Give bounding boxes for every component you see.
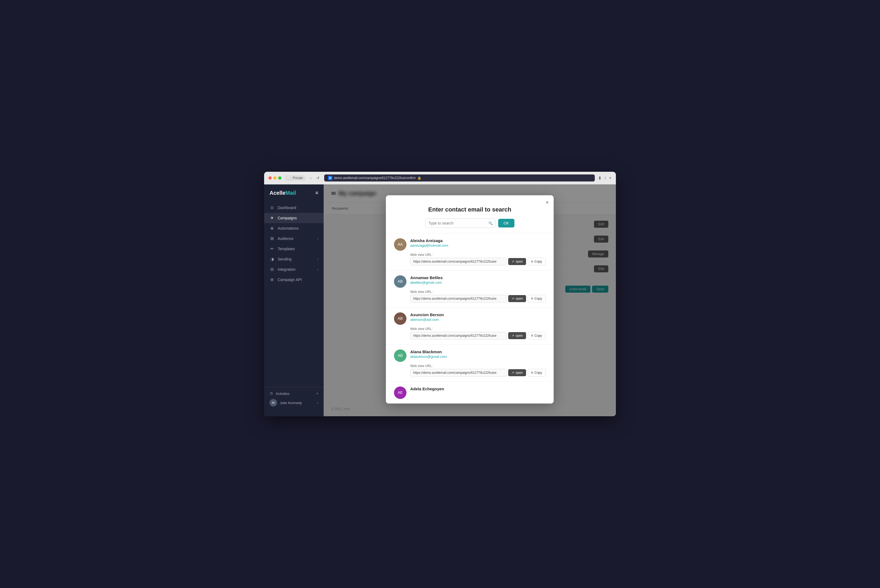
copy-icon-4: ⎘ (531, 371, 533, 375)
contact-avatar-1: AA (394, 238, 407, 251)
sidebar-activities[interactable]: ⏱ Activities ↗ (270, 392, 318, 396)
logo-text: AcelleMail (270, 190, 296, 196)
sidebar-toggle[interactable]: ≡ (315, 190, 318, 196)
copy-button-2[interactable]: ⎘ Copy (528, 295, 545, 302)
chevron-down-icon: › (317, 237, 318, 240)
sending-icon: ◑ (270, 256, 275, 261)
svg-text:AB: AB (398, 279, 403, 284)
open-button-2[interactable]: ↗ open (508, 295, 526, 302)
automations-icon: ⊕ (270, 226, 275, 231)
sidebar-item-sending[interactable]: ◑ Sending › (264, 254, 324, 264)
contact-name-1: Aleisha Areizaga (410, 238, 545, 243)
campaigns-icon: ✈ (270, 216, 275, 220)
sidebar-item-templates[interactable]: ✏ Templates (264, 244, 324, 254)
address-bar[interactable]: M demo.acellemail.com/campaigns/612779c2… (324, 174, 595, 182)
svg-text:AA: AA (398, 242, 403, 246)
open-icon-1: ↗ (511, 260, 514, 263)
web-view-url-row-1: ↗ open ⎘ Copy (410, 258, 545, 266)
contact-top-5: AE Adela Echegoyen (394, 387, 545, 399)
activities-external-icon: ↗ (316, 392, 318, 395)
back-button[interactable]: ‹ (309, 175, 313, 181)
contact-list: AA Aleisha Areizaga aareizaga@hotmail.co… (386, 233, 554, 404)
minimize-dot[interactable] (273, 176, 276, 180)
modal-search-row: 🔍 OK (386, 219, 554, 233)
modal-header: × (386, 195, 554, 205)
sidebar-item-campaign-api[interactable]: ⊛ Campaign API (264, 274, 324, 285)
sidebar-label-dashboard: Dashboard (278, 206, 296, 210)
campaign-api-icon: ⊛ (270, 277, 275, 282)
app-layout: AcelleMail ≡ ⊙ Dashboard ✈ Campaigns ⊕ A… (264, 184, 616, 416)
sidebar-item-automations[interactable]: ⊕ Automations (264, 223, 324, 233)
sidebar-label-templates: Templates (278, 247, 295, 251)
integration-icon: ⊟ (270, 267, 275, 272)
copy-icon-2: ⎘ (531, 297, 533, 300)
close-dot[interactable] (269, 176, 272, 180)
copy-icon-1: ⎘ (531, 260, 533, 263)
search-icon: 🔍 (488, 221, 493, 225)
main-content: ✉ My campaign Recipients Edit Edit Manag… (324, 184, 616, 416)
open-button-4[interactable]: ↗ open (508, 369, 526, 376)
contact-name-5: Adela Echegoyen (410, 387, 545, 391)
site-icon: M (328, 176, 332, 180)
tab-label: Private (293, 176, 303, 180)
modal-close-button[interactable]: × (545, 200, 549, 205)
contact-item-4: AB Alana Blackmon ablackmon@gmail.com We… (386, 345, 554, 382)
web-view-url-row-3: ↗ open ⎘ Copy (410, 332, 545, 339)
activities-icon: ⏱ (270, 392, 273, 396)
sidebar-label-integration: Integration (278, 267, 296, 272)
sidebar-item-campaigns[interactable]: ✈ Campaigns (264, 213, 324, 223)
private-tab[interactable]: ⬜ Private (285, 175, 305, 181)
share-icon[interactable]: ↑ (604, 176, 607, 181)
lock-icon: 🔒 (417, 176, 421, 180)
open-button-1[interactable]: ↗ open (508, 258, 526, 265)
ok-button[interactable]: OK (498, 219, 514, 228)
contact-info-1: Aleisha Areizaga aareizaga@hotmail.com (410, 238, 545, 248)
open-button-3[interactable]: ↗ open (508, 332, 526, 339)
maximize-dot[interactable] (278, 176, 281, 180)
contact-item-3: AB Asuncion Berson aberson@aol.com Web v… (386, 308, 554, 345)
sidebar-item-audience[interactable]: ⊞ Audience › (264, 233, 324, 244)
open-icon-3: ↗ (511, 334, 514, 338)
user-avatar: JK (270, 399, 277, 406)
new-tab-icon[interactable]: + (609, 176, 611, 181)
url-input-1[interactable] (410, 258, 506, 266)
svg-text:AB: AB (398, 353, 403, 357)
sidebar-footer: ⏱ Activities ↗ JK Jolie Kennedy › (264, 387, 324, 411)
user-chevron-icon: › (317, 401, 318, 405)
copy-icon-3: ⎘ (531, 334, 533, 338)
sidebar-label-audience: Audience (278, 236, 293, 241)
url-input-4[interactable] (410, 369, 506, 376)
search-input[interactable] (425, 219, 496, 228)
url-input-3[interactable] (410, 332, 506, 339)
tab-icon: ⬜ (287, 176, 291, 180)
copy-button-4[interactable]: ⎘ Copy (528, 369, 545, 376)
toolbar-icons: ⬇ ↑ + (598, 176, 611, 181)
contact-name-3: Asuncion Berson (410, 312, 545, 317)
sidebar-item-dashboard[interactable]: ⊙ Dashboard (264, 202, 324, 213)
reload-button[interactable]: ↺ (315, 175, 321, 181)
chevron-down-icon-integration: › (317, 268, 318, 271)
contact-email-3: aberson@aol.com (410, 318, 545, 322)
contact-item-5: AE Adela Echegoyen (386, 382, 554, 404)
web-view-label-4: Web view URL: (410, 364, 545, 368)
contact-top-2: AB Annamae Beliles abeliles@gmail.com (394, 275, 545, 288)
activities-label: Activities (276, 392, 290, 396)
browser-dots (269, 176, 281, 180)
url-text: demo.acellemail.com/campaigns/612779c222… (334, 176, 416, 180)
web-view-label-3: Web view URL: (410, 327, 545, 331)
url-input-2[interactable] (410, 295, 506, 302)
contact-info-4: Alana Blackmon ablackmon@gmail.com (410, 350, 545, 358)
contact-email-4: ablackmon@gmail.com (410, 355, 545, 358)
modal-overlay: × Enter contact email to search 🔍 OK (324, 184, 616, 416)
copy-button-1[interactable]: ⎘ Copy (528, 258, 545, 266)
contact-item-2: AB Annamae Beliles abeliles@gmail.com We… (386, 270, 554, 308)
sidebar-user[interactable]: JK Jolie Kennedy › (270, 399, 318, 406)
browser-window: ⬜ Private ‹ ↺ M demo.acellemail.com/camp… (264, 172, 616, 416)
contact-email-1: aareizaga@hotmail.com (410, 243, 545, 248)
sidebar-item-integration[interactable]: ⊟ Integration › (264, 264, 324, 274)
svg-text:AE: AE (398, 390, 403, 394)
user-name: Jolie Kennedy (280, 401, 302, 405)
download-icon[interactable]: ⬇ (598, 176, 602, 181)
copy-button-3[interactable]: ⎘ Copy (528, 332, 545, 339)
contact-top-1: AA Aleisha Areizaga aareizaga@hotmail.co… (394, 238, 545, 251)
